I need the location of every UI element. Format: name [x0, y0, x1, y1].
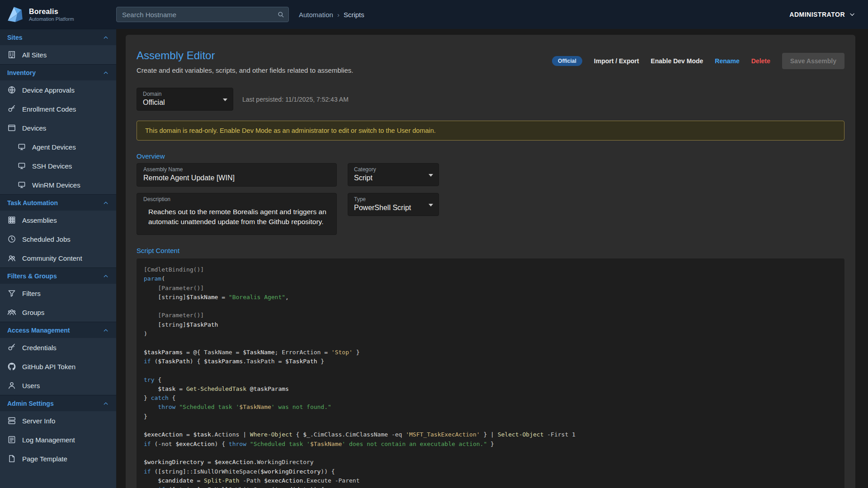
sidebar-item-community-content[interactable]: Community Content: [0, 249, 116, 267]
chevron-down-icon: [848, 10, 856, 19]
sidebar: Sites All Sites Inventory Device Approva…: [0, 29, 116, 488]
sidebar-item-log-management[interactable]: Log Management: [0, 430, 116, 449]
sidebar-item-devices[interactable]: Devices: [0, 118, 116, 137]
sidebar-section-access-management[interactable]: Access Management: [0, 322, 116, 338]
code-line: if ($TaskPath) { $taskParams.TaskPath = …: [144, 357, 837, 366]
code-line: if (-not $execAction) { throw "Scheduled…: [144, 440, 837, 449]
editor-header: Assembly Editor Create and edit variable…: [137, 46, 844, 74]
monitor-icon: [17, 180, 26, 189]
code-line: if ([string]::IsNullOrWhiteSpace($workin…: [144, 467, 837, 476]
sidebar-section-sites[interactable]: Sites: [0, 29, 116, 45]
assembly-name-value: Remote Agent Update [WIN]: [143, 174, 330, 182]
groups-icon: [7, 308, 16, 317]
sidebar-section-label: Access Management: [7, 327, 70, 334]
code-line: [144, 302, 837, 311]
sidebar-item-ssh-devices[interactable]: SSH Devices: [0, 156, 116, 175]
enable-dev-mode-button[interactable]: Enable Dev Mode: [651, 57, 703, 65]
description-field[interactable]: Description Reaches out to the remote Bo…: [137, 193, 337, 235]
sidebar-item-assemblies[interactable]: Assemblies: [0, 211, 116, 230]
readonly-warning-banner: This domain is read-only. Enable Dev Mod…: [137, 121, 844, 141]
code-line: }: [144, 412, 837, 421]
code-line: [CmdletBinding()]: [144, 265, 837, 274]
hostname-search: [116, 7, 289, 22]
sidebar-item-winrm-devices[interactable]: WinRM Devices: [0, 175, 116, 194]
breadcrumb-item-scripts[interactable]: Scripts: [344, 11, 364, 19]
domain-select[interactable]: Domain Official: [137, 88, 233, 111]
page-subtitle: Create and edit variables, scripts, and …: [137, 66, 353, 74]
sidebar-item-all-sites[interactable]: All Sites: [0, 45, 116, 64]
server-icon: [7, 416, 16, 425]
assembly-name-field[interactable]: Assembly Name Remote Agent Update [WIN]: [137, 163, 337, 187]
save-assembly-button[interactable]: Save Assembly: [782, 53, 844, 69]
code-line: try {: [144, 375, 837, 385]
sidebar-item-device-approvals[interactable]: Device Approvals: [0, 80, 116, 99]
sidebar-section-label: Task Automation: [7, 199, 58, 206]
code-line: $taskParams = @{ TaskName = $TaskName; E…: [144, 348, 837, 357]
delete-button[interactable]: Delete: [751, 57, 770, 65]
sidebar-section-filters-groups[interactable]: Filters & Groups: [0, 267, 116, 284]
user-menu-label: ADMINISTRATOR: [789, 11, 845, 18]
description-label: Description: [143, 196, 330, 202]
chevron-down-icon: [223, 99, 227, 101]
code-line: } catch {: [144, 394, 837, 403]
chevron-down-icon: [429, 204, 433, 206]
editor-actions: Official Import / Export Enable Dev Mode…: [552, 53, 844, 69]
window-icon: [7, 123, 16, 132]
last-persisted-text: Last persisted: 11/1/2025, 7:52:43 AM: [242, 96, 349, 103]
domain-select-value: Official: [143, 99, 217, 107]
sidebar-item-github-api-token[interactable]: GitHub API Token: [0, 357, 116, 376]
sidebar-item-filters[interactable]: Filters: [0, 284, 116, 303]
brand-subtitle: Automation Platform: [29, 16, 74, 22]
sidebar-item-groups[interactable]: Groups: [0, 303, 116, 322]
sidebar-item-enrollment-codes[interactable]: Enrollment Codes: [0, 99, 116, 118]
code-line: [string]$TaskPath: [144, 320, 837, 329]
script-content-section-label: Script Content: [137, 247, 844, 254]
chevron-up-icon: [102, 399, 110, 408]
log-icon: [7, 435, 16, 444]
people-icon: [7, 253, 16, 263]
code-line: [144, 338, 837, 347]
page-icon: [7, 454, 16, 463]
github-icon: [7, 362, 16, 371]
sidebar-item-agent-devices[interactable]: Agent Devices: [0, 137, 116, 156]
page-title: Assembly Editor: [137, 49, 353, 62]
code-line: $candidate = Split-Path -Path $execActio…: [144, 476, 837, 485]
code-line: if ([string]::IsNullOrWhiteSpace($candid…: [144, 485, 837, 488]
code-line: [Parameter()]: [144, 284, 837, 293]
monitor-icon: [17, 161, 26, 170]
chevron-up-icon: [102, 33, 110, 42]
chevron-up-icon: [102, 272, 110, 280]
sidebar-item-scheduled-jobs[interactable]: Scheduled Jobs: [0, 230, 116, 249]
category-select[interactable]: Category Script: [348, 163, 439, 186]
category-select-label: Category: [354, 166, 422, 173]
code-line: $workingDirectory = $execAction.WorkingD…: [144, 458, 837, 467]
code-line: [144, 366, 837, 375]
sidebar-item-page-template[interactable]: Page Template: [0, 449, 116, 468]
monitor-icon: [17, 142, 26, 151]
brand[interactable]: Borealis Automation Platform: [5, 5, 116, 24]
code-line: [144, 449, 837, 458]
sidebar-item-credentials[interactable]: Credentials: [0, 338, 116, 357]
sidebar-item-users[interactable]: Users: [0, 376, 116, 395]
script-editor[interactable]: [CmdletBinding()]param( [Parameter()] [s…: [137, 258, 844, 488]
sidebar-item-server-info[interactable]: Server Info: [0, 411, 116, 430]
type-select[interactable]: Type PowerShell Script: [348, 193, 439, 216]
key-icon: [7, 343, 16, 352]
sidebar-section-inventory[interactable]: Inventory: [0, 64, 116, 80]
borealis-logo-icon: [5, 5, 24, 24]
rename-button[interactable]: Rename: [715, 57, 739, 65]
user-menu-button[interactable]: ADMINISTRATOR: [789, 10, 856, 19]
search-input[interactable]: [116, 7, 289, 22]
sidebar-section-task-automation[interactable]: Task Automation: [0, 194, 116, 211]
code-line: throw "Scheduled task '$TaskName' was no…: [144, 403, 837, 412]
domain-status-badge: Official: [552, 56, 582, 66]
code-line: param(: [144, 274, 837, 283]
sidebar-section-admin-settings[interactable]: Admin Settings: [0, 395, 116, 411]
breadcrumb-item-automation[interactable]: Automation: [299, 11, 333, 19]
sidebar-section-label: Filters & Groups: [7, 272, 57, 280]
sidebar-section-label: Inventory: [7, 69, 36, 76]
category-select-value: Script: [354, 174, 422, 182]
code-line: $execAction = $task.Actions | Where-Obje…: [144, 430, 837, 439]
key-icon: [7, 104, 16, 113]
import-export-button[interactable]: Import / Export: [594, 57, 639, 65]
